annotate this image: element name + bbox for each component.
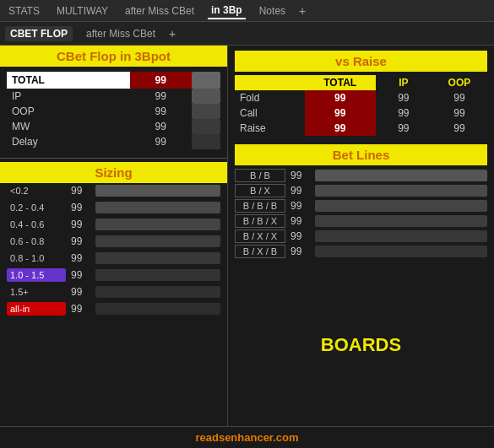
bet-line-row: B / X 99 bbox=[235, 184, 487, 197]
fold-label: Fold bbox=[235, 90, 305, 105]
bet-line-bar-3 bbox=[315, 200, 487, 212]
sizing-label-2: 0.2 - 0.4 bbox=[7, 201, 66, 214]
sizing-bar-3 bbox=[95, 219, 220, 230]
cbet-flop-title: CBet Flop in 3Bpot bbox=[0, 46, 227, 67]
cbet-flop-stats: TOTAL 99 IP 99 OOP 99 MW 99 bbox=[0, 67, 227, 154]
table-row: Raise 99 99 99 bbox=[235, 121, 487, 136]
bet-line-row: B / B / B 99 bbox=[235, 199, 487, 213]
bet-line-bar-6 bbox=[315, 246, 487, 257]
bet-line-row: B / X / B 99 bbox=[235, 245, 487, 258]
tab-multiway[interactable]: MULTIWAY bbox=[53, 3, 111, 19]
sizing-bar-7 bbox=[95, 286, 220, 298]
footer: readsenhancer.com bbox=[0, 426, 494, 448]
tab-notes[interactable]: Notes bbox=[256, 3, 289, 19]
sizing-row: 1.5+ 99 bbox=[7, 284, 220, 300]
bet-lines-title: Bet Lines bbox=[235, 144, 487, 165]
mw-value: 99 bbox=[130, 119, 192, 134]
bet-line-label-2: B / X bbox=[235, 184, 285, 197]
total-value: 99 bbox=[130, 72, 192, 89]
call-label: Call bbox=[235, 105, 305, 121]
sizing-label-1: <0.2 bbox=[7, 184, 66, 197]
sizing-bar-2 bbox=[95, 202, 220, 213]
bet-line-value-3: 99 bbox=[285, 199, 315, 213]
sizing-row: 1.0 - 1.5 99 bbox=[7, 267, 220, 283]
ip-value: 99 bbox=[130, 89, 192, 104]
bet-line-bar-4 bbox=[315, 215, 487, 227]
sizing-row: 0.6 - 0.8 99 bbox=[7, 234, 220, 249]
cbet-stats-table: TOTAL 99 IP 99 OOP 99 MW 99 bbox=[7, 72, 220, 149]
sizing-bar-8 bbox=[95, 303, 220, 315]
sizing-bar-5 bbox=[95, 252, 220, 264]
bet-line-label-5: B / X / X bbox=[235, 229, 285, 243]
boards-label: BOARDS bbox=[321, 334, 401, 356]
table-row: Call 99 99 99 bbox=[235, 105, 487, 121]
sizing-label-6: 1.0 - 1.5 bbox=[7, 268, 66, 282]
sizing-value-6: 99 bbox=[66, 267, 95, 283]
top-nav: STATS MULTIWAY after Miss CBet in 3Bp No… bbox=[0, 0, 494, 22]
vs-header-total: TOTAL bbox=[305, 75, 376, 90]
table-row: OOP 99 bbox=[7, 104, 220, 119]
bet-line-bar-2 bbox=[315, 185, 487, 197]
sizing-value-7: 99 bbox=[66, 284, 95, 300]
right-panel: vs Raise TOTAL IP OOP Fold 99 99 99 Call… bbox=[228, 46, 494, 426]
table-row: IP 99 bbox=[7, 89, 220, 104]
vs-header-oop: OOP bbox=[432, 75, 487, 90]
bet-line-row: B / X / X 99 bbox=[235, 229, 487, 243]
bet-line-label-3: B / B / B bbox=[235, 199, 285, 213]
bet-line-value-6: 99 bbox=[285, 245, 315, 258]
tab-after-miss-cbet-second[interactable]: after Miss CBet bbox=[81, 26, 160, 41]
call-total: 99 bbox=[305, 105, 376, 121]
add-tab-button[interactable]: + bbox=[299, 4, 306, 18]
fold-oop: 99 bbox=[432, 90, 487, 105]
sizing-row: all-in 99 bbox=[7, 301, 220, 316]
ip-label: IP bbox=[7, 89, 130, 104]
vs-raise-table: TOTAL IP OOP Fold 99 99 99 Call 99 99 99 bbox=[235, 75, 487, 136]
sizing-row: 0.2 - 0.4 99 bbox=[7, 200, 220, 215]
raise-oop: 99 bbox=[432, 121, 487, 136]
bet-line-value-2: 99 bbox=[285, 184, 315, 197]
bet-line-label-1: B / B bbox=[235, 169, 285, 182]
total-bar bbox=[192, 72, 220, 89]
raise-label: Raise bbox=[235, 121, 305, 136]
boards-section: BOARDS bbox=[228, 263, 494, 426]
bet-line-row: B / B / X 99 bbox=[235, 214, 487, 228]
tab-after-miss-cbet[interactable]: after Miss CBet bbox=[122, 3, 198, 19]
add-second-tab-button[interactable]: + bbox=[169, 27, 176, 40]
raise-ip: 99 bbox=[376, 121, 432, 136]
bet-line-value-1: 99 bbox=[285, 169, 315, 182]
vs-header-ip: IP bbox=[376, 75, 432, 90]
tab-stats[interactable]: STATS bbox=[5, 3, 43, 19]
sizing-value-2: 99 bbox=[66, 200, 95, 215]
bet-line-label-6: B / X / B bbox=[235, 245, 285, 258]
fold-total: 99 bbox=[305, 90, 376, 105]
vs-raise-title: vs Raise bbox=[235, 51, 487, 72]
sizing-label-5: 0.8 - 1.0 bbox=[7, 251, 66, 265]
sizing-bar-6 bbox=[95, 269, 220, 281]
sizing-row: 0.4 - 0.6 99 bbox=[7, 217, 220, 232]
table-row: Delay 99 bbox=[7, 134, 220, 149]
oop-value: 99 bbox=[130, 104, 192, 119]
bet-lines-section: Bet Lines B / B 99 B / X 99 B / B / B 99… bbox=[228, 141, 494, 263]
sizing-label-8: all-in bbox=[7, 302, 66, 316]
bet-line-label-4: B / B / X bbox=[235, 214, 285, 228]
sizing-row: <0.2 99 bbox=[7, 183, 220, 198]
footer-text: readsenhancer.com bbox=[195, 431, 298, 444]
sizing-bar-1 bbox=[95, 185, 220, 197]
second-nav: CBET FLOP after Miss CBet + bbox=[0, 22, 494, 46]
sizing-bar-4 bbox=[95, 235, 220, 247]
sizing-value-1: 99 bbox=[66, 183, 95, 198]
mw-label: MW bbox=[7, 119, 130, 134]
delay-value: 99 bbox=[130, 134, 192, 149]
total-label: TOTAL bbox=[7, 72, 130, 89]
left-panel: CBet Flop in 3Bpot TOTAL 99 IP 99 OOP 99 bbox=[0, 46, 228, 426]
sizing-label-7: 1.5+ bbox=[7, 285, 66, 299]
tab-in-3bp[interactable]: in 3Bp bbox=[208, 3, 246, 19]
raise-total: 99 bbox=[305, 121, 376, 136]
delay-label: Delay bbox=[7, 134, 130, 149]
sizing-value-8: 99 bbox=[66, 301, 95, 316]
vs-header-empty bbox=[235, 75, 305, 90]
sizing-label-3: 0.4 - 0.6 bbox=[7, 218, 66, 231]
sizing-value-3: 99 bbox=[66, 217, 95, 232]
sizing-title: Sizing bbox=[0, 162, 227, 183]
tab-cbet-flop[interactable]: CBET FLOP bbox=[5, 26, 73, 41]
